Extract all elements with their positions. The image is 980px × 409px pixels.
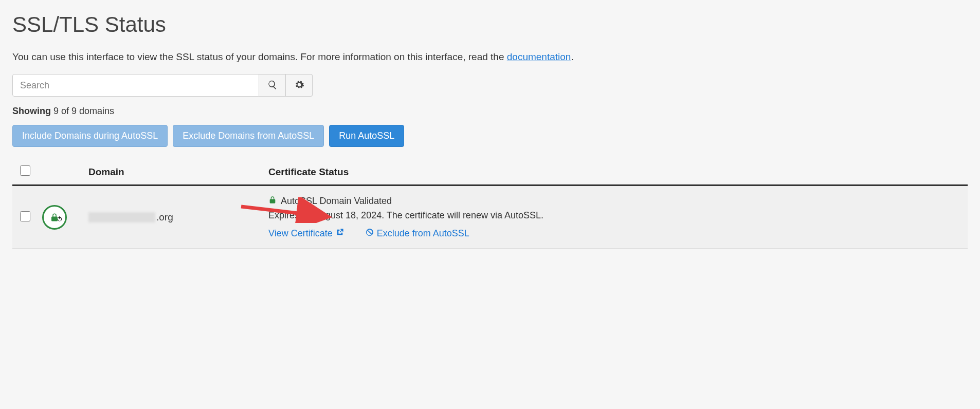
- cert-validated-text: AutoSSL Domain Validated: [281, 196, 392, 207]
- action-buttons: Include Domains during AutoSSL Exclude D…: [12, 125, 968, 147]
- domain-table: Domain Certificate Status .org: [12, 160, 968, 249]
- renew-icon: [56, 216, 63, 223]
- exclude-from-autossl-link[interactable]: Exclude from AutoSSL: [366, 228, 469, 239]
- external-link-icon: [336, 228, 344, 239]
- cert-status-cell: AutoSSL Domain Validated Expires on Augu…: [264, 185, 968, 249]
- documentation-link[interactable]: documentation: [507, 51, 571, 62]
- table-row: .org AutoSSL Domain Validated Expires on…: [12, 185, 968, 249]
- view-certificate-link[interactable]: View Certificate: [268, 228, 344, 239]
- header-icon-cell: [38, 160, 84, 185]
- cert-expiry-text: Expires on August 18, 2024. The certific…: [268, 210, 964, 221]
- domain-redacted: [88, 212, 155, 222]
- search-input[interactable]: [12, 74, 259, 97]
- intro-prefix: You can use this interface to view the S…: [12, 51, 507, 62]
- showing-text: 9 of 9 domains: [51, 106, 114, 116]
- run-autossl-button[interactable]: Run AutoSSL: [329, 125, 404, 147]
- header-checkbox-cell: [12, 160, 38, 185]
- exclude-domains-button[interactable]: Exclude Domains from AutoSSL: [173, 125, 324, 147]
- page-title: SSL/TLS Status: [12, 12, 968, 37]
- showing-count: Showing 9 of 9 domains: [12, 106, 968, 117]
- search-button[interactable]: [259, 74, 286, 97]
- header-domain: Domain: [84, 160, 264, 185]
- domain-cell: .org: [84, 185, 264, 249]
- showing-label: Showing: [12, 106, 51, 116]
- header-status: Certificate Status: [264, 160, 968, 185]
- intro-suffix: .: [571, 51, 573, 62]
- ban-icon: [366, 228, 374, 239]
- cert-validated-row: AutoSSL Domain Validated: [268, 195, 964, 207]
- gear-icon: [294, 80, 304, 91]
- search-icon: [267, 80, 278, 91]
- include-domains-button[interactable]: Include Domains during AutoSSL: [12, 125, 168, 147]
- select-all-checkbox[interactable]: [20, 165, 30, 176]
- ssl-status-icon: [42, 205, 67, 230]
- view-certificate-label: View Certificate: [268, 228, 333, 239]
- domain-suffix: .org: [156, 212, 173, 222]
- row-checkbox[interactable]: [20, 211, 30, 221]
- settings-button[interactable]: [286, 74, 313, 97]
- lock-icon: [268, 195, 277, 207]
- search-bar: [12, 74, 968, 97]
- exclude-from-autossl-label: Exclude from AutoSSL: [377, 228, 469, 239]
- intro-text: You can use this interface to view the S…: [12, 51, 968, 63]
